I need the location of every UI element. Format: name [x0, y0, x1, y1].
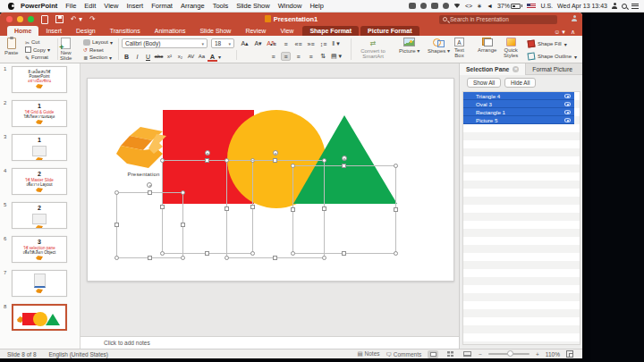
resize-handle-e[interactable]	[394, 207, 398, 212]
resize-handle-nw[interactable]	[225, 158, 229, 163]
rotate-handle[interactable]	[205, 150, 210, 156]
zoom-out-button[interactable]: −	[479, 351, 482, 358]
tab-transitions[interactable]: Transitions	[103, 26, 148, 36]
tab-review[interactable]: Review	[238, 26, 273, 36]
menu-tools[interactable]: Tools	[213, 2, 229, 10]
resize-handle-n[interactable]	[205, 158, 209, 163]
font-name-combo[interactable]: Calibri (Body)▾	[122, 38, 208, 48]
columns-button[interactable]: ‖ ▾	[331, 39, 341, 48]
resize-handle-nw[interactable]	[160, 158, 165, 163]
minimize-window-button[interactable]	[17, 16, 23, 22]
visibility-eye-icon[interactable]	[564, 94, 571, 98]
text-direction-button[interactable]: ⇅	[318, 52, 328, 61]
align-right-button[interactable]: ≡	[293, 52, 303, 61]
droplet-icon[interactable]	[420, 3, 427, 9]
zoom-slider-knob[interactable]	[507, 350, 513, 357]
resize-handle-nw[interactable]	[114, 190, 119, 195]
slide-thumbnail-4[interactable]: 2 ใช้ Master Slide เพื่อวาง Layout	[12, 168, 67, 195]
object-row-oval[interactable]: Oval 3	[463, 100, 574, 108]
strikethrough-button[interactable]: abc	[154, 52, 164, 61]
tab-design[interactable]: Design	[69, 26, 103, 36]
new-slide-button[interactable]: NewSlide	[60, 38, 72, 61]
object-row-triangle[interactable]: Triangle 4	[463, 92, 574, 100]
resize-handle-w[interactable]	[291, 207, 295, 212]
resize-handle-se[interactable]	[322, 256, 326, 260]
visibility-eye-icon[interactable]	[564, 118, 571, 122]
quick-styles-button[interactable]: QuickStyles	[504, 38, 518, 58]
resize-handle-se[interactable]	[181, 256, 185, 260]
italic-button[interactable]: I	[132, 52, 142, 61]
numbering-button[interactable]: ≡	[281, 39, 291, 48]
input-flag-icon[interactable]	[527, 4, 536, 9]
tab-selection-pane[interactable]: Selection Pane ×	[460, 63, 526, 75]
zoom-slider[interactable]	[488, 353, 530, 355]
line-spacing-button[interactable]: ↕≡	[318, 39, 328, 48]
tab-shape-format[interactable]: Shape Format	[302, 26, 359, 36]
reset-button[interactable]: ↺Reset	[83, 46, 113, 54]
tab-home[interactable]: Home	[7, 26, 38, 36]
share-icon[interactable]	[572, 15, 577, 21]
tab-picture-format[interactable]: Picture Format	[360, 26, 419, 36]
resize-handle-sw[interactable]	[291, 251, 295, 256]
slide-thumbnail-3[interactable]: 1	[12, 134, 67, 161]
resize-handle-sw[interactable]	[225, 256, 229, 260]
tab-view[interactable]: View	[273, 26, 301, 36]
resize-handle-nw[interactable]	[291, 164, 295, 168]
decrease-indent-button[interactable]: «≡	[293, 39, 303, 48]
section-button[interactable]: ≣Section ▾	[83, 54, 113, 61]
close-pane-icon[interactable]: ×	[513, 66, 519, 72]
align-center-button[interactable]: ≡	[281, 52, 291, 61]
menu-insert[interactable]: Insert	[126, 2, 143, 10]
shapes-button[interactable]: Shapes ▾	[428, 38, 450, 54]
visibility-eye-icon[interactable]	[564, 102, 571, 106]
grow-font-button[interactable]: A▴	[240, 39, 250, 48]
comments-toggle[interactable]: 🗨 Comments	[386, 351, 422, 358]
resize-handle-s[interactable]	[148, 256, 152, 260]
collapse-ribbon-icon[interactable]: ∧	[571, 29, 575, 36]
character-spacing-button[interactable]: AV	[186, 52, 196, 61]
shape-fill-button[interactable]: Shape Fill▾	[528, 40, 567, 47]
search-input[interactable]: Search in Presentation	[439, 15, 557, 24]
selection-box-triangle[interactable]	[292, 165, 396, 254]
shape-outline-button[interactable]: Shape Outline▾	[528, 53, 577, 60]
slideshow-button[interactable]	[462, 350, 472, 358]
rotate-handle[interactable]	[342, 156, 347, 161]
display-icon[interactable]	[431, 3, 438, 9]
wifi-icon[interactable]	[453, 4, 461, 8]
menu-window[interactable]: Window	[278, 2, 302, 10]
resize-handle-n[interactable]	[148, 190, 152, 195]
close-window-button[interactable]	[6, 16, 13, 22]
object-row-picture[interactable]: Picture 5	[463, 116, 574, 124]
menu-view[interactable]: View	[104, 2, 118, 10]
rotate-handle[interactable]	[147, 182, 152, 188]
object-list[interactable]: Triangle 4 Oval 3 Rectangle 1 Picture 5	[462, 91, 580, 345]
redo-icon[interactable]: ↷	[89, 16, 96, 23]
language-indicator[interactable]: English (United States)	[49, 351, 108, 358]
slide-thumbnail-pane[interactable]: 1 8 เคล็ดลับใช้ PowerPoint อย่างมือเซียน…	[0, 63, 80, 349]
slide-sorter-button[interactable]	[445, 350, 455, 358]
menu-arrange[interactable]: Arrange	[181, 2, 205, 10]
slide-thumbnail-5[interactable]: 2	[12, 202, 67, 229]
shrink-font-button[interactable]: A▾	[253, 39, 263, 48]
zoom-in-button[interactable]: +	[536, 351, 539, 358]
feedback-smiley-icon[interactable]: ☺ ▾	[554, 29, 565, 36]
bluetooth-icon[interactable]: ∗	[477, 3, 482, 10]
resize-handle-se[interactable]	[394, 251, 398, 256]
align-left-button[interactable]: ≡	[268, 52, 278, 61]
slide-thumbnail-1[interactable]: 8 เคล็ดลับใช้ PowerPoint อย่างมือเซียน	[12, 66, 67, 93]
superscript-button[interactable]: x²	[165, 52, 174, 61]
zoom-level[interactable]: 110%	[546, 351, 560, 358]
new-document-icon[interactable]	[41, 15, 48, 24]
resize-handle-w[interactable]	[160, 205, 165, 209]
hide-all-button[interactable]: Hide All	[504, 78, 536, 88]
paste-button[interactable]: Paste	[4, 38, 18, 55]
notes-pane[interactable]: Click to add notes	[80, 336, 459, 349]
spotlight-search-icon[interactable]	[622, 4, 627, 9]
resize-handle-sw[interactable]	[114, 256, 119, 260]
bullets-button[interactable]: •≡	[268, 39, 278, 48]
tab-animations[interactable]: Animations	[148, 26, 193, 36]
menu-app[interactable]: PowerPoint	[21, 2, 57, 10]
menu-edit[interactable]: Edit	[84, 2, 96, 10]
window-title-bar[interactable]: ↶ ▾ ↷ Presentation1 Search in Presentati…	[0, 13, 582, 26]
arrange-button[interactable]: Arrange	[478, 38, 496, 53]
